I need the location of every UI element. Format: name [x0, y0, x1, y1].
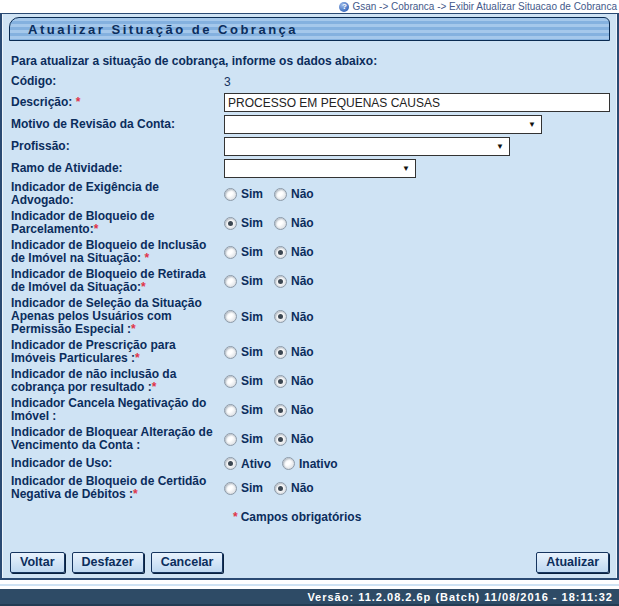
radio-option-label: Não	[291, 374, 314, 388]
field-row-ramo: Ramo de Atividade: ▼	[11, 159, 610, 178]
radio-unchecked-icon[interactable]	[224, 275, 237, 288]
radio-unchecked-icon[interactable]	[274, 188, 287, 201]
radio-option[interactable]: Sim	[224, 403, 263, 417]
radio-checked-icon[interactable]	[274, 275, 287, 288]
radio-option[interactable]: Sim	[224, 274, 263, 288]
radio-option-label: Sim	[241, 274, 263, 288]
radio-option[interactable]: Não	[274, 481, 314, 495]
radio-option[interactable]: Sim	[224, 310, 263, 324]
radio-unchecked-icon[interactable]	[224, 404, 237, 417]
radio-unchecked-icon[interactable]	[274, 217, 287, 230]
profissao-label: Profissão:	[11, 140, 224, 153]
required-asterisk: *	[233, 510, 238, 524]
required-asterisk: *	[152, 380, 157, 394]
radio-option-label: Sim	[241, 245, 263, 259]
radio-unchecked-icon[interactable]	[224, 375, 237, 388]
required-asterisk: *	[144, 251, 149, 265]
descricao-input[interactable]	[224, 93, 610, 112]
radio-option[interactable]: Não	[274, 310, 314, 324]
descricao-label: Descrição: *	[11, 96, 224, 109]
cancelar-button[interactable]: Cancelar	[151, 552, 224, 573]
motivo-select[interactable]: ▼	[224, 115, 542, 134]
radio-option-label: Sim	[241, 432, 263, 446]
radio-unchecked-icon[interactable]	[224, 188, 237, 201]
codigo-value: 3	[224, 75, 231, 89]
radio-option[interactable]: Não	[274, 374, 314, 388]
radio-checked-icon[interactable]	[274, 404, 287, 417]
help-icon[interactable]: ?	[339, 2, 349, 12]
radio-option-label: Não	[291, 310, 314, 324]
radio-option[interactable]: Não	[274, 216, 314, 230]
radio-option[interactable]: Sim	[224, 345, 263, 359]
indicator-row: Indicador de não inclusão da cobrança po…	[11, 368, 610, 394]
radio-group: SimNão	[224, 245, 325, 259]
radio-option[interactable]: Não	[274, 274, 314, 288]
radio-group: SimNão	[224, 432, 325, 446]
version-bar: Versão: 11.2.08.2.6p (Batch) 11/08/2016 …	[0, 589, 619, 606]
radio-checked-icon[interactable]	[274, 310, 287, 323]
chevron-down-icon: ▼	[496, 142, 504, 151]
radio-unchecked-icon[interactable]	[224, 346, 237, 359]
radio-checked-icon[interactable]	[224, 217, 237, 230]
motivo-label: Motivo de Revisão da Conta:	[11, 118, 224, 131]
radio-group: SimNão	[224, 216, 325, 230]
version-text: Versão: 11.2.08.2.6p (Batch) 11/08/2016 …	[307, 591, 613, 603]
radio-option-label: Sim	[241, 187, 263, 201]
radio-option-label: Sim	[241, 481, 263, 495]
radio-option[interactable]: Ativo	[224, 457, 271, 471]
footer-divider	[0, 580, 619, 589]
radio-option[interactable]: Sim	[224, 216, 263, 230]
radio-option-label: Não	[291, 481, 314, 495]
radio-option[interactable]: Não	[274, 345, 314, 359]
radio-option[interactable]: Não	[274, 403, 314, 417]
voltar-button[interactable]: Voltar	[10, 552, 65, 573]
radio-checked-icon[interactable]	[274, 433, 287, 446]
radio-option-label: Não	[291, 187, 314, 201]
indicator-label: Indicador de Prescrição para Imóveis Par…	[11, 339, 224, 365]
profissao-select[interactable]: ▼	[224, 137, 510, 156]
codigo-label: Código:	[11, 75, 224, 88]
radio-checked-icon[interactable]	[274, 346, 287, 359]
radio-option[interactable]: Sim	[224, 374, 263, 388]
chevron-down-icon: ▼	[402, 164, 410, 173]
indicator-label: Indicador Cancela Negativação do Imóvel …	[11, 397, 224, 423]
indicator-label: Indicador de não inclusão da cobrança po…	[11, 368, 224, 394]
radio-option[interactable]: Sim	[224, 481, 263, 495]
indicator-label: Indicador de Bloqueio de Parcelamento:*	[11, 210, 224, 236]
radio-unchecked-icon[interactable]	[224, 433, 237, 446]
page-title-text: Atualizar Situação de Cobrança	[28, 22, 298, 37]
radio-option-label: Sim	[241, 374, 263, 388]
chevron-down-icon: ▼	[528, 120, 536, 129]
indicator-label: Indicador de Uso:	[11, 457, 224, 470]
radio-checked-icon[interactable]	[274, 482, 287, 495]
radio-group: SimNão	[224, 345, 325, 359]
radio-checked-icon[interactable]	[274, 246, 287, 259]
desfazer-button[interactable]: Desfazer	[72, 552, 144, 573]
radio-option[interactable]: Sim	[224, 432, 263, 446]
atualizar-button[interactable]: Atualizar	[536, 552, 609, 573]
radio-option[interactable]: Inativo	[282, 457, 338, 471]
radio-option[interactable]: Sim	[224, 187, 263, 201]
radio-unchecked-icon[interactable]	[282, 457, 295, 470]
indicator-row: Indicador de Uso: AtivoInativo	[11, 455, 610, 472]
radio-checked-icon[interactable]	[274, 375, 287, 388]
indicator-row: Indicador de Bloqueio de Inclusão de Imó…	[11, 239, 610, 265]
radio-option[interactable]: Não	[274, 187, 314, 201]
radio-option[interactable]: Não	[274, 432, 314, 446]
radio-option-label: Ativo	[241, 457, 271, 471]
ramo-select[interactable]: ▼	[224, 159, 416, 178]
radio-unchecked-icon[interactable]	[224, 246, 237, 259]
radio-option-label: Sim	[241, 345, 263, 359]
required-asterisk: *	[76, 95, 81, 109]
indicator-label: Indicador de Exigência de Advogado:	[11, 181, 224, 207]
radio-checked-icon[interactable]	[224, 457, 237, 470]
radio-option-label: Não	[291, 216, 314, 230]
radio-option[interactable]: Não	[274, 245, 314, 259]
radio-option-label: Sim	[241, 403, 263, 417]
radio-unchecked-icon[interactable]	[224, 482, 237, 495]
radio-unchecked-icon[interactable]	[224, 310, 237, 323]
breadcrumb-text[interactable]: Gsan -> Cobranca -> Exibir Atualizar Sit…	[352, 1, 617, 12]
required-asterisk: *	[131, 322, 136, 336]
radio-group: SimNão	[224, 274, 325, 288]
radio-option[interactable]: Sim	[224, 245, 263, 259]
